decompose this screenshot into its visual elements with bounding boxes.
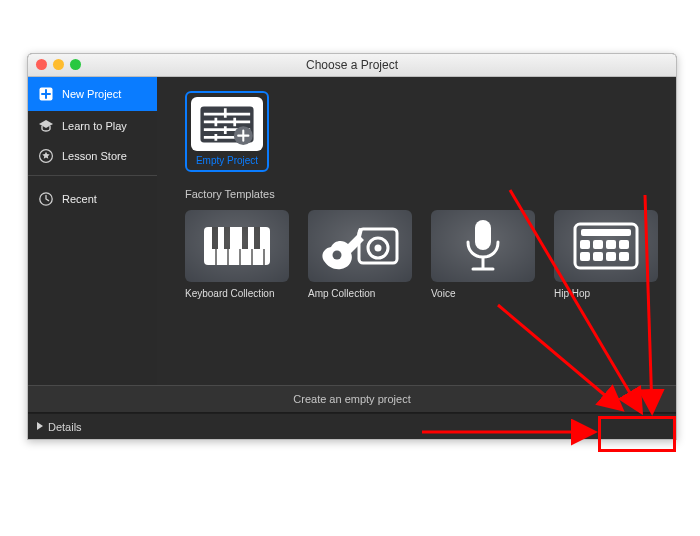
svg-rect-15 [212, 227, 218, 249]
plus-document-icon [38, 86, 54, 102]
graduation-cap-icon [38, 118, 54, 134]
factory-templates-heading: Factory Templates [185, 188, 658, 200]
sidebar-item-recent[interactable]: Recent [28, 175, 157, 216]
microphone-icon [431, 210, 535, 282]
svg-rect-40 [619, 252, 629, 261]
sidebar-item-label: Lesson Store [62, 150, 127, 162]
svg-rect-14 [204, 227, 270, 265]
svg-rect-17 [242, 227, 248, 249]
svg-point-26 [375, 245, 382, 252]
svg-rect-35 [606, 240, 616, 249]
svg-rect-24 [359, 229, 397, 263]
template-hip-hop[interactable]: Hip Hop [554, 210, 658, 299]
zoom-icon[interactable] [70, 59, 81, 70]
disclosure-triangle-icon [36, 421, 44, 433]
empty-project-tile[interactable]: Empty Project [185, 91, 269, 172]
template-voice[interactable]: Voice [431, 210, 535, 299]
svg-rect-28 [475, 220, 491, 250]
minimize-icon[interactable] [53, 59, 64, 70]
sidebar-item-label: Recent [62, 193, 97, 205]
details-disclosure[interactable]: Details [28, 413, 676, 440]
svg-rect-37 [580, 252, 590, 261]
template-label: Voice [431, 288, 535, 299]
template-label: Hip Hop [554, 288, 658, 299]
sidebar-item-lesson-store[interactable]: Lesson Store [28, 141, 157, 171]
template-grid: Keyboard Collection Amp Collection [185, 210, 658, 299]
content-area: New Project Learn to Play Lesson Store R… [28, 77, 676, 385]
svg-point-25 [368, 238, 388, 258]
drum-machine-icon [554, 210, 658, 282]
sidebar-item-label: New Project [62, 88, 121, 100]
empty-project-art [191, 97, 263, 151]
close-icon[interactable] [36, 59, 47, 70]
svg-rect-38 [593, 252, 603, 261]
star-icon [38, 148, 54, 164]
main-panel: Empty Project Factory Templates Keyboard… [157, 77, 676, 385]
sidebar: New Project Learn to Play Lesson Store R… [28, 77, 157, 385]
sidebar-item-learn-to-play[interactable]: Learn to Play [28, 111, 157, 141]
window-controls [36, 59, 81, 70]
template-keyboard-collection[interactable]: Keyboard Collection [185, 210, 289, 299]
sidebar-item-label: Learn to Play [62, 120, 127, 132]
svg-rect-18 [254, 227, 260, 249]
recent-clock-icon [38, 191, 54, 207]
svg-point-27 [333, 251, 342, 260]
svg-rect-36 [619, 240, 629, 249]
svg-rect-34 [593, 240, 603, 249]
window-title: Choose a Project [306, 58, 398, 72]
details-label: Details [48, 421, 82, 433]
template-description: Create an empty project [28, 385, 676, 413]
template-label: Keyboard Collection [185, 288, 289, 299]
svg-rect-16 [224, 227, 230, 249]
project-chooser-window: Choose a Project New Project Learn to Pl… [27, 53, 677, 440]
svg-rect-32 [581, 229, 631, 236]
svg-rect-33 [580, 240, 590, 249]
titlebar: Choose a Project [28, 54, 676, 77]
sidebar-item-new-project[interactable]: New Project [28, 77, 157, 111]
empty-project-label: Empty Project [191, 155, 263, 166]
template-amp-collection[interactable]: Amp Collection [308, 210, 412, 299]
template-label: Amp Collection [308, 288, 412, 299]
amp-guitar-icon [308, 210, 412, 282]
svg-rect-39 [606, 252, 616, 261]
keyboard-icon [185, 210, 289, 282]
svg-rect-31 [575, 224, 637, 268]
